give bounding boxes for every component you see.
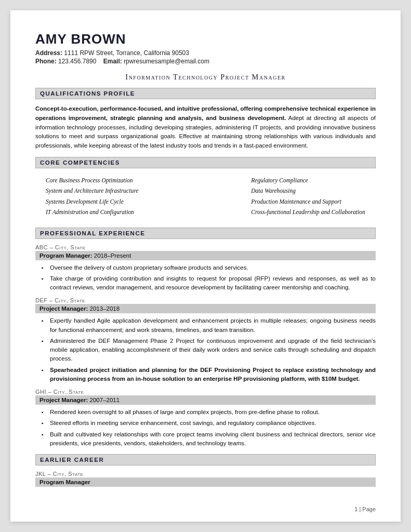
address-line: Address: 1111 RPW Street, Torrance, Cali… — [35, 49, 376, 57]
candidate-name: AMY BROWN — [35, 31, 376, 47]
comp-right-2: Data Warehousing — [251, 186, 365, 195]
job-title: Information Technology Project Manager — [125, 73, 285, 81]
competencies-grid: Core Business Process Optimization Syste… — [35, 174, 376, 221]
role-bar-def: Project Manager: 2013–2018 — [35, 304, 376, 313]
role-bar-ghi: Project Manager: 2007–2011 — [35, 395, 376, 405]
comp-right-3: Production Maintenance and Support — [251, 197, 365, 206]
address-value: 1111 RPW Street, Torrance, California 90… — [64, 49, 189, 57]
email-label: Email: — [103, 58, 122, 65]
role-ghi: Project Manager: — [39, 397, 88, 403]
bullet-ghi-1: Rendered keen oversight to all phases of… — [45, 408, 376, 417]
comp-left-4: IT Administration and Configuration — [46, 207, 138, 217]
dates-abc: 2018–Present — [94, 252, 131, 259]
competencies-header: CORE COMPETENCIES — [35, 157, 376, 168]
dates-def: 2013–2018 — [90, 305, 120, 312]
role-jkl: Program Manager — [39, 479, 90, 485]
job-ghi: GHI – City, State Project Manager: 2007–… — [35, 389, 376, 448]
bullet-def-3: Spearheaded project initiation and plann… — [45, 366, 376, 384]
email-value: rpwresumesample@email.com — [124, 58, 209, 65]
qualifications-text: Concept-to-execution, performance-focuse… — [35, 104, 376, 151]
competencies-left-col: Core Business Process Optimization Syste… — [46, 176, 138, 217]
role-bar-jkl: Program Manager — [35, 477, 376, 487]
comp-left-1: Core Business Process Optimization — [46, 176, 138, 185]
role-def: Project Manager: — [39, 305, 88, 312]
dates-ghi: 2007–2011 — [90, 397, 120, 403]
employer-ghi: GHI – City, State — [35, 389, 376, 395]
bullets-ghi: Rendered keen oversight to all phases of… — [35, 408, 376, 448]
job-jkl: JKL – City, State Program Manager — [35, 471, 376, 487]
role-abc: Program Manager: — [39, 252, 92, 259]
title-section: Information Technology Project Manager — [35, 72, 376, 82]
job-def: DEF – City, State Project Manager: 2013–… — [35, 297, 376, 383]
competencies-right-col: Regulatory Compliance Data Warehousing P… — [251, 176, 365, 217]
earlier-career-header: EARLIER CAREER — [35, 454, 376, 466]
bullet-def-1: Expertly handled Agile application devel… — [45, 316, 376, 335]
role-bar-abc: Program Manager: 2018–Present — [35, 251, 376, 260]
employer-jkl: JKL – City, State — [35, 471, 376, 477]
employer-abc: ABC – City, State — [35, 244, 376, 250]
bullet-def-2: Administered the DEF Management Phase 2 … — [45, 337, 376, 364]
resume-page: AMY BROWN Address: 1111 RPW Street, Torr… — [10, 10, 401, 522]
bullet-abc-2: Take charge of providing contribution an… — [45, 274, 376, 292]
experience-header: PROFESSIONAL EXPERIENCE — [35, 228, 376, 239]
bullet-ghi-2: Steered efforts in meeting service enhan… — [45, 419, 376, 428]
comp-right-4: Cross-functional Leadership and Collabor… — [251, 207, 365, 217]
bullet-ghi-3: Built and cultivated key relationships w… — [45, 430, 376, 448]
page-footer: 1 | Page — [354, 506, 376, 512]
job-abc: ABC – City, State Program Manager: 2018–… — [35, 244, 376, 292]
bullet-abc-1: Oversee the delivery of custom proprieta… — [45, 263, 376, 272]
address-label: Address: — [35, 49, 62, 57]
phone-label: Phone: — [35, 58, 57, 65]
qualifications-header: QUALIFICATIONS PROFILE — [35, 88, 376, 99]
bullets-def: Expertly handled Agile application devel… — [35, 316, 376, 383]
phone-value: 123.456.7890 — [58, 58, 96, 65]
comp-left-2: System and Architecture Infrastructure — [46, 186, 138, 195]
phone-email-line: Phone: 123.456.7890 Email: rpwresumesamp… — [35, 58, 376, 65]
comp-left-3: Systems Development Life Cycle — [46, 197, 138, 206]
employer-def: DEF – City, State — [35, 297, 376, 303]
header-section: AMY BROWN Address: 1111 RPW Street, Torr… — [35, 31, 376, 65]
bullets-abc: Oversee the delivery of custom proprieta… — [35, 263, 376, 292]
comp-right-1: Regulatory Compliance — [251, 176, 365, 185]
